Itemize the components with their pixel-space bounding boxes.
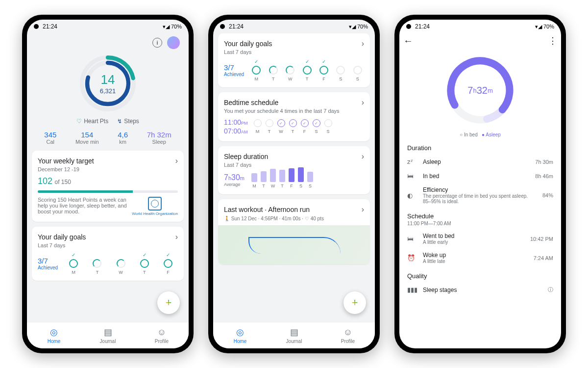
sleep-bars: MTWTFSS: [251, 172, 313, 188]
who-logo: World Health Organization: [132, 197, 178, 216]
bedday-F: ✓F: [301, 119, 309, 134]
section-schedule: Schedule: [404, 212, 556, 220]
status-bar: 21:24 ▾◢70%: [213, 20, 375, 33]
screen-2: 21:24 ▾◢70% Your daily goals› Last 7 day…: [213, 20, 375, 348]
ring-legend: ♡Heart Pts ↯Steps: [32, 118, 184, 125]
nav-profile[interactable]: ☺Profile: [321, 322, 375, 348]
day-W: W: [286, 59, 294, 81]
day-T: T: [269, 59, 278, 81]
daily-goals-card[interactable]: Your daily goals› Last 7 days 3/7Achieve…: [32, 227, 184, 281]
stat-move[interactable]: 154Move min: [75, 131, 99, 145]
bottom-nav: ◎Home ▤Journal ☺Profile: [27, 322, 189, 348]
bedtime-range: 11:00PM 07:00AM: [224, 118, 248, 135]
day-M: ✓M: [252, 59, 261, 81]
day-S: S: [336, 59, 345, 81]
day-T: ✓T: [140, 252, 149, 275]
nav-profile[interactable]: ☺Profile: [135, 322, 189, 348]
clock-text: 21:24: [43, 23, 57, 30]
day-S: S: [353, 59, 362, 81]
workout-map: [218, 225, 370, 264]
status-bar: 21:24 ▾◢70%: [399, 20, 561, 33]
phone-2: 21:24 ▾◢70% Your daily goals› Last 7 day…: [208, 15, 380, 353]
bedday-T: ✓T: [289, 119, 297, 134]
chevron-right-icon: ›: [362, 98, 364, 107]
bedday-M: M: [254, 119, 262, 134]
day-M: ✓M: [69, 252, 78, 275]
home-icon: ◎: [50, 327, 58, 338]
chevron-right-icon: ›: [362, 205, 364, 214]
detail-row[interactable]: zᶻAsleep7h 30m: [404, 155, 556, 169]
heart-pts-value: 14: [101, 72, 115, 87]
nav-journal[interactable]: ▤Journal: [81, 322, 135, 348]
section-quality: Quality: [404, 272, 556, 280]
bedday-S: ✓S: [313, 119, 320, 134]
target-desc: Scoring 150 Heart Points a week can help…: [38, 197, 127, 216]
phone-3: 21:24 ▾◢70% ← ⋮ 7h 32m ○ In bed ● Asleep…: [394, 15, 566, 353]
detail-row[interactable]: ⏰Woke upA little late7:24 AM: [404, 248, 556, 267]
stat-cal[interactable]: 345Cal: [44, 131, 56, 145]
screen-3: 21:24 ▾◢70% ← ⋮ 7h 32m ○ In bed ● Asleep…: [399, 20, 561, 348]
wifi-icon: ▾◢: [163, 24, 170, 30]
sleep-duration-card[interactable]: Sleep duration› Last 7 days 7h30mAverage…: [218, 146, 370, 194]
back-icon[interactable]: ←: [403, 35, 413, 47]
chevron-right-icon: ›: [175, 157, 178, 165]
activity-ring[interactable]: 14 6,321: [32, 54, 184, 113]
bedday-S: S: [324, 119, 332, 134]
day-F: ✓F: [319, 59, 328, 81]
battery-text: 70%: [171, 24, 182, 29]
chevron-right-icon: ›: [175, 233, 178, 241]
day-T: T: [93, 252, 101, 275]
bottom-nav: ◎Home ▤Journal ☺Profile: [213, 322, 375, 348]
journal-icon: ▤: [104, 327, 112, 338]
section-duration: Duration: [404, 144, 556, 152]
nav-home[interactable]: ◎Home: [213, 322, 267, 348]
chevron-right-icon: ›: [362, 152, 364, 161]
sleep-avg: 7h30m: [224, 173, 245, 182]
achieved-value: 3/7: [38, 257, 58, 265]
heart-pts-label: ♡Heart Pts: [76, 118, 108, 125]
bedtime-card[interactable]: Bedtime schedule› You met your schedule …: [218, 92, 370, 141]
info-icon: ⓘ: [548, 286, 553, 293]
progress-bar: [38, 190, 178, 193]
detail-row[interactable]: 🛏Went to bedA little early10:42 PM: [404, 229, 556, 248]
target-value: 102: [38, 176, 52, 186]
workout-meta: 🚶 Sun 12 Dec · 4:56PM · 41m 00s · ♡ 40 p…: [224, 216, 364, 221]
stat-sleep[interactable]: 7h 32mSleep: [147, 131, 172, 145]
day-T: ✓T: [303, 59, 312, 81]
stat-km[interactable]: 4,6km: [118, 131, 128, 145]
bedday-W: ✓W: [277, 119, 285, 134]
nav-home[interactable]: ◎Home: [27, 322, 81, 348]
screen-1: 21:24 ▾◢70% i 14 6,321 ♡Heart Pts ↯Steps…: [27, 20, 189, 348]
detail-row[interactable]: 🛏In bed8h 46m: [404, 169, 556, 183]
chevron-right-icon: ›: [362, 39, 364, 48]
card-title: Your weekly target: [38, 157, 94, 165]
bedday-T: T: [266, 119, 273, 134]
avatar[interactable]: [167, 36, 180, 49]
steps-value: 6,321: [100, 87, 116, 95]
last-workout-card[interactable]: Last workout · Afternoon run› 🚶 Sun 12 D…: [218, 199, 370, 264]
sleep-stages-row[interactable]: ▮▮▮ Sleep stages ⓘ: [404, 283, 556, 297]
bars-icon: ▮▮▮: [407, 286, 417, 293]
weekly-target-card[interactable]: Your weekly target› December 12 -19 102 …: [32, 151, 184, 222]
detail-row[interactable]: ◐EfficiencyThe percentage of time in bed…: [404, 183, 556, 208]
stats-row: 345Cal 154Move min 4,6km 7h 32mSleep: [32, 131, 184, 151]
daily-goals-card[interactable]: Your daily goals› Last 7 days 3/7Achieve…: [218, 33, 370, 87]
nav-journal[interactable]: ▤Journal: [267, 322, 321, 348]
fab-add[interactable]: +: [343, 291, 366, 314]
sleep-legend: ○ In bed ● Asleep: [404, 132, 556, 137]
more-icon[interactable]: ⋮: [548, 35, 557, 47]
status-bar: 21:24 ▾◢70%: [27, 20, 189, 33]
day-F: ✓F: [164, 252, 172, 275]
sleep-ring: 7h 32m: [443, 53, 517, 127]
info-icon[interactable]: i: [152, 38, 162, 48]
phone-1: 21:24 ▾◢70% i 14 6,321 ♡Heart Pts ↯Steps…: [22, 15, 194, 353]
profile-icon: ☺: [157, 327, 166, 338]
card-subtitle: December 12 -19: [38, 166, 178, 172]
steps-label: ↯Steps: [117, 118, 139, 125]
day-W: W: [117, 252, 125, 275]
fab-add[interactable]: +: [157, 291, 180, 314]
